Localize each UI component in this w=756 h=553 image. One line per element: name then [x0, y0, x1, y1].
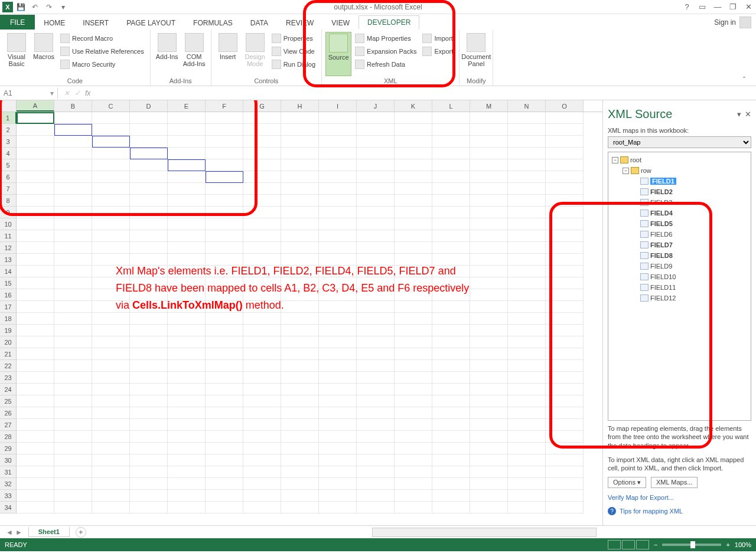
- cell[interactable]: [546, 443, 584, 454]
- cell[interactable]: [243, 112, 281, 124]
- help-icon[interactable]: ?: [679, 1, 695, 14]
- cell[interactable]: [92, 313, 130, 325]
- macro-security-button[interactable]: Macro Security: [58, 58, 146, 71]
- view-normal-icon[interactable]: [608, 540, 621, 549]
- row-header[interactable]: 24: [0, 384, 17, 395]
- cell[interactable]: [130, 325, 168, 336]
- cell[interactable]: [546, 384, 584, 395]
- cell[interactable]: [206, 372, 243, 384]
- cell[interactable]: [281, 230, 319, 242]
- cell[interactable]: [546, 230, 584, 242]
- cell[interactable]: [508, 242, 546, 254]
- cell[interactable]: [508, 360, 546, 372]
- cell[interactable]: [54, 124, 92, 136]
- cell[interactable]: [546, 325, 584, 336]
- cell[interactable]: [395, 431, 432, 443]
- cell[interactable]: [17, 159, 54, 171]
- cell[interactable]: [319, 466, 357, 478]
- row-header[interactable]: 25: [0, 395, 17, 407]
- cell[interactable]: [168, 348, 206, 360]
- cell[interactable]: [319, 360, 357, 372]
- cell[interactable]: [243, 195, 281, 207]
- cell[interactable]: [357, 478, 395, 490]
- cell[interactable]: [168, 195, 206, 207]
- cell[interactable]: [395, 325, 432, 336]
- cell[interactable]: [54, 336, 92, 348]
- cell[interactable]: [470, 159, 508, 171]
- row-header[interactable]: 12: [0, 242, 17, 254]
- cell[interactable]: [168, 443, 206, 454]
- cell[interactable]: [470, 124, 508, 136]
- cell[interactable]: [319, 183, 357, 195]
- cell[interactable]: [17, 289, 54, 301]
- cell[interactable]: [546, 242, 584, 254]
- cell[interactable]: [54, 454, 92, 466]
- cell[interactable]: [130, 466, 168, 478]
- cell[interactable]: [319, 195, 357, 207]
- cell[interactable]: [508, 336, 546, 348]
- cell[interactable]: [206, 348, 243, 360]
- cell[interactable]: [92, 325, 130, 336]
- cell[interactable]: [92, 242, 130, 254]
- cell[interactable]: [508, 159, 546, 171]
- cell[interactable]: [168, 136, 206, 148]
- cell[interactable]: [470, 454, 508, 466]
- cell[interactable]: [92, 159, 130, 171]
- minimize-icon[interactable]: —: [710, 1, 725, 14]
- cell[interactable]: [17, 372, 54, 384]
- cell[interactable]: [357, 348, 395, 360]
- cell[interactable]: [395, 171, 432, 183]
- cell[interactable]: [206, 136, 243, 148]
- cell[interactable]: [508, 183, 546, 195]
- cell[interactable]: [508, 207, 546, 218]
- cell[interactable]: [92, 230, 130, 242]
- cell[interactable]: [168, 325, 206, 336]
- cell[interactable]: [357, 325, 395, 336]
- cell[interactable]: [130, 336, 168, 348]
- cell[interactable]: [130, 148, 168, 159]
- cell[interactable]: [357, 407, 395, 419]
- cell[interactable]: [357, 466, 395, 478]
- cell[interactable]: [546, 313, 584, 325]
- grid[interactable]: ABCDEFGHIJKLMNO 123456789101112131415161…: [0, 100, 602, 525]
- cell[interactable]: [17, 148, 54, 159]
- cell[interactable]: [243, 148, 281, 159]
- cell[interactable]: [546, 490, 584, 502]
- cell[interactable]: [206, 384, 243, 395]
- cell[interactable]: [546, 124, 584, 136]
- tab-pagelayout[interactable]: PAGE LAYOUT: [118, 16, 184, 30]
- cell[interactable]: [546, 395, 584, 407]
- cell[interactable]: [470, 218, 508, 230]
- cell[interactable]: [206, 230, 243, 242]
- col-header[interactable]: O: [546, 100, 584, 112]
- cell[interactable]: [17, 277, 54, 289]
- cell[interactable]: [281, 112, 319, 124]
- xml-source-button[interactable]: Source: [325, 32, 351, 76]
- name-box[interactable]: A1▾: [0, 88, 58, 99]
- cell[interactable]: [17, 183, 54, 195]
- cell[interactable]: [319, 372, 357, 384]
- cell[interactable]: [357, 124, 395, 136]
- cell[interactable]: [319, 431, 357, 443]
- signin[interactable]: Sign in: [714, 17, 751, 28]
- cell[interactable]: [357, 372, 395, 384]
- cell[interactable]: [206, 490, 243, 502]
- cell[interactable]: [432, 171, 470, 183]
- cell[interactable]: [243, 207, 281, 218]
- cell[interactable]: [54, 195, 92, 207]
- map-properties-button[interactable]: Map Properties: [353, 32, 419, 45]
- cell[interactable]: [206, 242, 243, 254]
- cell[interactable]: [243, 336, 281, 348]
- zoom-slider[interactable]: [662, 544, 721, 546]
- cell[interactable]: [432, 454, 470, 466]
- cell[interactable]: [206, 454, 243, 466]
- row-header[interactable]: 29: [0, 443, 17, 454]
- cell[interactable]: [17, 218, 54, 230]
- cell[interactable]: [130, 395, 168, 407]
- cell[interactable]: [17, 112, 54, 124]
- cell[interactable]: [206, 124, 243, 136]
- cell[interactable]: [281, 171, 319, 183]
- cell[interactable]: [281, 360, 319, 372]
- cell[interactable]: [243, 325, 281, 336]
- horizontal-scrollbar[interactable]: [372, 528, 597, 537]
